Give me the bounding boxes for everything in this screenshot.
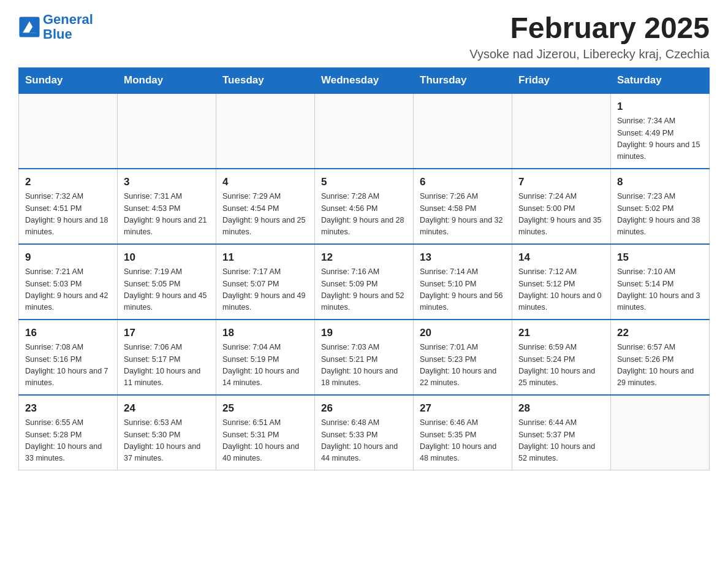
- calendar-table: SundayMondayTuesdayWednesdayThursdayFrid…: [18, 67, 710, 470]
- col-header-wednesday: Wednesday: [315, 67, 414, 93]
- month-title: February 2025: [469, 12, 710, 45]
- day-info: Sunrise: 6:51 AM Sunset: 5:31 PM Dayligh…: [222, 417, 308, 465]
- day-info: Sunrise: 7:06 AM Sunset: 5:17 PM Dayligh…: [124, 342, 210, 389]
- day-info: Sunrise: 7:01 AM Sunset: 5:23 PM Dayligh…: [420, 342, 506, 389]
- calendar-cell: 7Sunrise: 7:24 AM Sunset: 5:00 PM Daylig…: [512, 169, 611, 244]
- day-info: Sunrise: 6:48 AM Sunset: 5:33 PM Dayligh…: [321, 417, 407, 465]
- day-number: 26: [321, 400, 407, 416]
- day-info: Sunrise: 6:55 AM Sunset: 5:28 PM Dayligh…: [25, 417, 111, 465]
- calendar-cell: 28Sunrise: 6:44 AM Sunset: 5:37 PM Dayli…: [512, 395, 611, 470]
- calendar-cell: 6Sunrise: 7:26 AM Sunset: 4:58 PM Daylig…: [414, 169, 512, 244]
- day-info: Sunrise: 7:14 AM Sunset: 5:10 PM Dayligh…: [420, 266, 506, 314]
- day-number: 8: [617, 174, 703, 190]
- day-info: Sunrise: 7:03 AM Sunset: 5:21 PM Dayligh…: [321, 342, 407, 389]
- day-number: 9: [25, 250, 111, 266]
- title-area: February 2025 Vysoke nad Jizerou, Libere…: [469, 12, 710, 61]
- day-info: Sunrise: 7:34 AM Sunset: 4:49 PM Dayligh…: [617, 115, 703, 163]
- day-info: Sunrise: 6:46 AM Sunset: 5:35 PM Dayligh…: [420, 417, 506, 465]
- logo-blue-text: Blue: [43, 26, 72, 42]
- day-number: 22: [617, 325, 703, 341]
- day-number: 25: [222, 400, 308, 416]
- day-number: 1: [617, 99, 703, 115]
- day-number: 14: [518, 250, 604, 266]
- week-row-3: 9Sunrise: 7:21 AM Sunset: 5:03 PM Daylig…: [19, 244, 710, 320]
- day-info: Sunrise: 7:12 AM Sunset: 5:12 PM Dayligh…: [518, 266, 604, 314]
- day-number: 4: [222, 174, 308, 190]
- day-number: 28: [518, 400, 604, 416]
- col-header-thursday: Thursday: [414, 67, 512, 93]
- day-info: Sunrise: 7:17 AM Sunset: 5:07 PM Dayligh…: [222, 266, 308, 314]
- calendar-cell: 20Sunrise: 7:01 AM Sunset: 5:23 PM Dayli…: [414, 320, 512, 395]
- day-number: 11: [222, 250, 308, 266]
- week-row-1: 1Sunrise: 7:34 AM Sunset: 4:49 PM Daylig…: [19, 93, 710, 169]
- day-number: 5: [321, 174, 407, 190]
- day-number: 13: [420, 250, 506, 266]
- calendar-cell: 15Sunrise: 7:10 AM Sunset: 5:14 PM Dayli…: [611, 244, 710, 320]
- week-row-2: 2Sunrise: 7:32 AM Sunset: 4:51 PM Daylig…: [19, 169, 710, 244]
- day-number: 23: [25, 400, 111, 416]
- week-row-4: 16Sunrise: 7:08 AM Sunset: 5:16 PM Dayli…: [19, 320, 710, 395]
- day-number: 15: [617, 250, 703, 266]
- day-number: 3: [124, 174, 210, 190]
- day-info: Sunrise: 6:53 AM Sunset: 5:30 PM Dayligh…: [124, 417, 210, 465]
- calendar-cell: 9Sunrise: 7:21 AM Sunset: 5:03 PM Daylig…: [19, 244, 118, 320]
- col-header-tuesday: Tuesday: [216, 67, 315, 93]
- day-number: 17: [124, 325, 210, 341]
- day-info: Sunrise: 7:08 AM Sunset: 5:16 PM Dayligh…: [25, 342, 111, 389]
- day-info: Sunrise: 6:44 AM Sunset: 5:37 PM Dayligh…: [518, 417, 604, 465]
- calendar-cell: [611, 395, 710, 470]
- day-info: Sunrise: 7:16 AM Sunset: 5:09 PM Dayligh…: [321, 266, 407, 314]
- calendar-cell: 10Sunrise: 7:19 AM Sunset: 5:05 PM Dayli…: [118, 244, 216, 320]
- calendar-cell: 19Sunrise: 7:03 AM Sunset: 5:21 PM Dayli…: [315, 320, 414, 395]
- calendar-cell: 16Sunrise: 7:08 AM Sunset: 5:16 PM Dayli…: [19, 320, 118, 395]
- day-info: Sunrise: 7:04 AM Sunset: 5:19 PM Dayligh…: [222, 342, 308, 389]
- day-info: Sunrise: 7:23 AM Sunset: 5:02 PM Dayligh…: [617, 191, 703, 239]
- day-number: 18: [222, 325, 308, 341]
- logo-general-text: General: [43, 12, 93, 27]
- calendar-cell: 14Sunrise: 7:12 AM Sunset: 5:12 PM Dayli…: [512, 244, 611, 320]
- calendar-cell: 24Sunrise: 6:53 AM Sunset: 5:30 PM Dayli…: [118, 395, 216, 470]
- logo-text: General Blue: [43, 12, 93, 42]
- col-header-sunday: Sunday: [19, 67, 118, 93]
- col-header-saturday: Saturday: [611, 67, 710, 93]
- calendar-cell: 18Sunrise: 7:04 AM Sunset: 5:19 PM Dayli…: [216, 320, 315, 395]
- week-row-5: 23Sunrise: 6:55 AM Sunset: 5:28 PM Dayli…: [19, 395, 710, 470]
- calendar-cell: 5Sunrise: 7:28 AM Sunset: 4:56 PM Daylig…: [315, 169, 414, 244]
- calendar-cell: 23Sunrise: 6:55 AM Sunset: 5:28 PM Dayli…: [19, 395, 118, 470]
- calendar-cell: 8Sunrise: 7:23 AM Sunset: 5:02 PM Daylig…: [611, 169, 710, 244]
- day-info: Sunrise: 7:19 AM Sunset: 5:05 PM Dayligh…: [124, 266, 210, 314]
- calendar-cell: 22Sunrise: 6:57 AM Sunset: 5:26 PM Dayli…: [611, 320, 710, 395]
- calendar-cell: [512, 93, 611, 169]
- day-number: 24: [124, 400, 210, 416]
- day-info: Sunrise: 7:32 AM Sunset: 4:51 PM Dayligh…: [25, 191, 111, 239]
- logo-area: General Blue: [18, 12, 93, 42]
- location-title: Vysoke nad Jizerou, Liberecky kraj, Czec…: [469, 47, 710, 61]
- day-info: Sunrise: 7:29 AM Sunset: 4:54 PM Dayligh…: [222, 191, 308, 239]
- calendar-cell: 26Sunrise: 6:48 AM Sunset: 5:33 PM Dayli…: [315, 395, 414, 470]
- calendar-cell: [414, 93, 512, 169]
- calendar-header-row: SundayMondayTuesdayWednesdayThursdayFrid…: [19, 67, 710, 93]
- day-number: 12: [321, 250, 407, 266]
- day-number: 19: [321, 325, 407, 341]
- calendar-cell: 13Sunrise: 7:14 AM Sunset: 5:10 PM Dayli…: [414, 244, 512, 320]
- col-header-monday: Monday: [118, 67, 216, 93]
- calendar-cell: 27Sunrise: 6:46 AM Sunset: 5:35 PM Dayli…: [414, 395, 512, 470]
- calendar-cell: 2Sunrise: 7:32 AM Sunset: 4:51 PM Daylig…: [19, 169, 118, 244]
- calendar-cell: [118, 93, 216, 169]
- calendar-cell: [19, 93, 118, 169]
- calendar-cell: 4Sunrise: 7:29 AM Sunset: 4:54 PM Daylig…: [216, 169, 315, 244]
- calendar-cell: 21Sunrise: 6:59 AM Sunset: 5:24 PM Dayli…: [512, 320, 611, 395]
- col-header-friday: Friday: [512, 67, 611, 93]
- day-number: 27: [420, 400, 506, 416]
- calendar-cell: 17Sunrise: 7:06 AM Sunset: 5:17 PM Dayli…: [118, 320, 216, 395]
- calendar-cell: [216, 93, 315, 169]
- day-number: 16: [25, 325, 111, 341]
- day-info: Sunrise: 7:21 AM Sunset: 5:03 PM Dayligh…: [25, 266, 111, 314]
- day-number: 20: [420, 325, 506, 341]
- day-number: 21: [518, 325, 604, 341]
- day-info: Sunrise: 7:28 AM Sunset: 4:56 PM Dayligh…: [321, 191, 407, 239]
- calendar-cell: 11Sunrise: 7:17 AM Sunset: 5:07 PM Dayli…: [216, 244, 315, 320]
- day-number: 6: [420, 174, 506, 190]
- day-info: Sunrise: 7:26 AM Sunset: 4:58 PM Dayligh…: [420, 191, 506, 239]
- calendar-cell: 12Sunrise: 7:16 AM Sunset: 5:09 PM Dayli…: [315, 244, 414, 320]
